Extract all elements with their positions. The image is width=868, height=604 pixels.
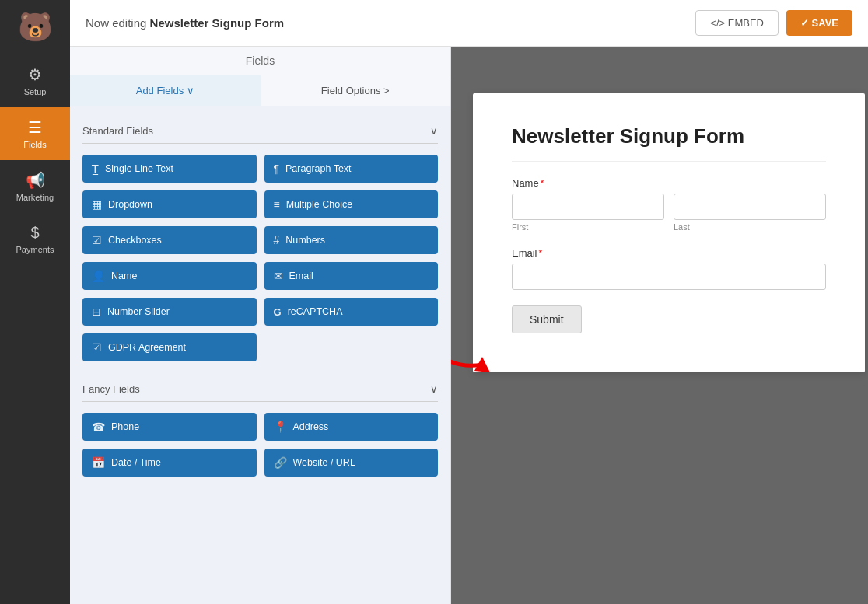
sidebar-item-fields-label: Fields: [23, 140, 46, 149]
standard-fields-chevron: ∨: [430, 125, 438, 137]
recaptcha-icon: G: [274, 306, 282, 318]
number-slider-label: Number Slider: [107, 306, 170, 317]
tab-add-fields-label: Add Fields ∨: [136, 85, 194, 96]
form-field-email: Email *: [512, 247, 826, 290]
single-line-text-icon: T̲: [92, 162, 99, 175]
date-time-label: Date / Time: [111, 457, 161, 468]
name-row: First Last: [512, 194, 826, 232]
paragraph-text-label: Paragraph Text: [285, 163, 352, 174]
field-btn-gdpr[interactable]: ☑ GDPR Agreement: [82, 333, 257, 361]
main-area: Now editing Newsletter Signup Form </> E…: [70, 0, 868, 604]
numbers-label: Numbers: [285, 235, 325, 246]
fancy-fields-title: Fancy Fields: [82, 383, 140, 395]
phone-label: Phone: [111, 421, 139, 432]
form-preview-title: Newsletter Signup Form: [512, 124, 826, 162]
standard-fields-grid: T̲ Single Line Text ¶ Paragraph Text ▦ D…: [82, 155, 438, 361]
sidebar-item-fields[interactable]: ☰ Fields: [0, 107, 70, 160]
checkboxes-icon: ☑: [92, 234, 102, 246]
email-required-star: *: [539, 248, 543, 259]
form-preview: Newsletter Signup Form Name * First: [473, 93, 865, 372]
sidebar-item-setup[interactable]: ⚙ Setup: [0, 54, 70, 107]
topbar: Now editing Newsletter Signup Form </> E…: [70, 0, 868, 47]
fields-scroll[interactable]: Standard Fields ∨ T̲ Single Line Text ¶ …: [70, 106, 450, 604]
website-url-icon: 🔗: [274, 456, 287, 469]
first-name-sublabel: First: [512, 222, 664, 232]
name-icon: 👤: [92, 270, 105, 282]
name-required-star: *: [541, 178, 544, 189]
fancy-fields-section-header[interactable]: Fancy Fields ∨: [82, 377, 438, 402]
submit-button[interactable]: Submit: [512, 305, 582, 333]
tab-add-fields[interactable]: Add Fields ∨: [70, 75, 261, 106]
field-btn-checkboxes[interactable]: ☑ Checkboxes: [82, 226, 257, 254]
form-field-name: Name * First Last: [512, 177, 826, 232]
field-btn-single-line-text[interactable]: T̲ Single Line Text: [82, 155, 257, 183]
field-btn-number-slider[interactable]: ⊟ Number Slider: [82, 298, 257, 326]
fancy-fields-grid: ☎ Phone 📍 Address 📅 Date / Time 🔗 Websit…: [82, 413, 438, 477]
name-label: Name: [111, 271, 137, 281]
field-btn-dropdown[interactable]: ▦ Dropdown: [82, 190, 257, 218]
sidebar-item-marketing-label: Marketing: [16, 193, 54, 202]
save-button-label: ✓ SAVE: [800, 17, 838, 29]
first-name-input[interactable]: [512, 194, 664, 220]
fancy-fields-chevron: ∨: [430, 383, 438, 395]
address-icon: 📍: [274, 421, 287, 433]
field-btn-numbers[interactable]: # Numbers: [264, 226, 439, 254]
gdpr-icon: ☑: [92, 341, 102, 354]
name-field-label: Name *: [512, 177, 826, 189]
tab-field-options-label: Field Options >: [321, 85, 390, 96]
embed-button[interactable]: </> EMBED: [695, 10, 779, 36]
last-name-input[interactable]: [674, 194, 826, 220]
address-label: Address: [293, 421, 329, 432]
website-url-label: Website / URL: [293, 457, 355, 468]
field-btn-website-url[interactable]: 🔗 Website / URL: [264, 449, 439, 477]
field-btn-email[interactable]: ✉ Email: [264, 262, 439, 290]
field-btn-address[interactable]: 📍 Address: [264, 413, 439, 441]
phone-icon: ☎: [92, 421, 105, 433]
gdpr-label: GDPR Agreement: [108, 342, 186, 353]
sidebar-item-setup-label: Setup: [24, 87, 47, 96]
field-btn-recaptcha[interactable]: G reCAPTCHA: [264, 298, 439, 326]
tabs-container: Add Fields ∨ Field Options >: [70, 75, 450, 106]
last-name-sublabel: Last: [674, 222, 826, 232]
field-btn-name[interactable]: 👤 Name: [82, 262, 257, 290]
logo-bear-icon: 🐻: [18, 11, 53, 44]
checkboxes-label: Checkboxes: [108, 235, 162, 246]
topbar-actions: </> EMBED ✓ SAVE: [695, 10, 852, 36]
marketing-icon: 📢: [26, 171, 45, 190]
submit-button-label: Submit: [530, 313, 564, 326]
standard-fields-title: Standard Fields: [82, 125, 153, 137]
email-label: Email: [289, 271, 313, 281]
email-input[interactable]: [512, 264, 826, 290]
fields-icon: ☰: [28, 118, 42, 137]
tab-field-options[interactable]: Field Options >: [261, 75, 451, 106]
embed-button-label: </> EMBED: [710, 17, 764, 29]
single-line-text-label: Single Line Text: [105, 163, 173, 174]
email-field-label: Email *: [512, 247, 826, 259]
fields-panel-header: Fields Add Fields ∨ Field Options >: [70, 47, 450, 106]
multiple-choice-label: Multiple Choice: [286, 199, 352, 210]
field-btn-multiple-choice[interactable]: ≡ Multiple Choice: [264, 190, 439, 218]
standard-fields-section-header[interactable]: Standard Fields ∨: [82, 119, 438, 144]
content-area: Fields Add Fields ∨ Field Options > Stan…: [70, 47, 868, 604]
fields-panel: Fields Add Fields ∨ Field Options > Stan…: [70, 47, 451, 604]
paragraph-text-icon: ¶: [274, 162, 280, 175]
sidebar-logo: 🐻: [0, 0, 70, 54]
form-name: Newsletter Signup Form: [150, 16, 285, 30]
editing-prefix: Now editing: [86, 16, 150, 30]
field-btn-paragraph-text[interactable]: ¶ Paragraph Text: [264, 155, 439, 183]
sidebar-item-payments[interactable]: $ Payments: [0, 213, 70, 265]
sidebar-item-marketing[interactable]: 📢 Marketing: [0, 160, 70, 213]
field-btn-phone[interactable]: ☎ Phone: [82, 413, 257, 441]
number-slider-icon: ⊟: [92, 305, 101, 318]
sidebar-item-payments-label: Payments: [16, 245, 54, 254]
numbers-icon: #: [274, 234, 280, 246]
topbar-title: Now editing Newsletter Signup Form: [86, 16, 284, 30]
first-name-col: First: [512, 194, 664, 232]
sidebar: 🐻 ⚙ Setup ☰ Fields 📢 Marketing $ Payment…: [0, 0, 70, 604]
dropdown-label: Dropdown: [108, 199, 152, 210]
save-button[interactable]: ✓ SAVE: [786, 10, 852, 36]
preview-area: Newsletter Signup Form Name * First: [451, 47, 868, 604]
fields-panel-title: Fields: [70, 54, 450, 75]
field-btn-date-time[interactable]: 📅 Date / Time: [82, 449, 257, 477]
date-time-icon: 📅: [92, 456, 105, 469]
